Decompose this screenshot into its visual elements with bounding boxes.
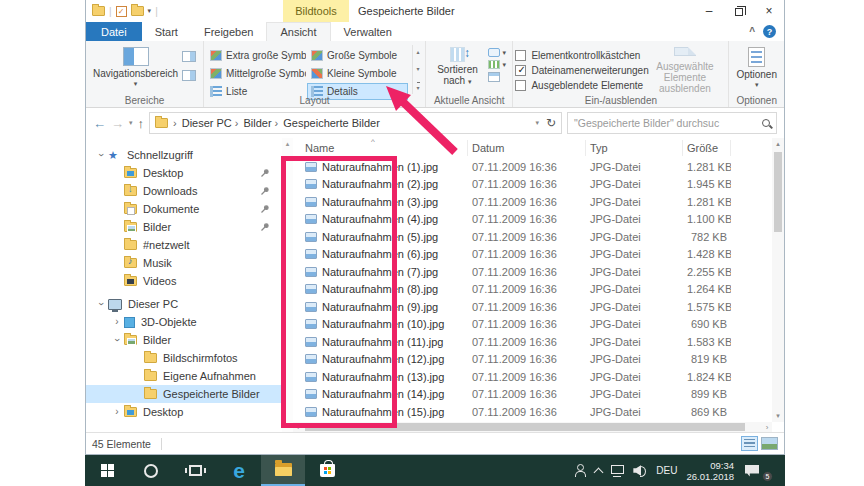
ribbon-tab[interactable]: Freigeben xyxy=(191,22,267,41)
gallery-down-icon[interactable]: ▾ xyxy=(417,65,420,72)
horizontal-scrollbar[interactable]: ‹ › xyxy=(293,422,772,432)
layout-option[interactable]: Extra große Symbole xyxy=(206,47,307,64)
edge-button[interactable]: e xyxy=(217,455,261,486)
column-header-date[interactable]: Datum xyxy=(468,140,586,156)
action-center-icon[interactable] xyxy=(745,465,759,477)
sort-by-button[interactable]: ↕ Sortieren nach ▾ xyxy=(432,45,482,94)
collapse-ribbon-icon[interactable]: ^ xyxy=(749,26,755,37)
file-row[interactable]: Naturaufnahmen (1).jpg 07.11.2009 16:36 … xyxy=(293,158,772,176)
file-row[interactable]: Naturaufnahmen (8).jpg 07.11.2009 16:36 … xyxy=(293,281,772,299)
file-row[interactable]: Naturaufnahmen (7).jpg 07.11.2009 16:36 … xyxy=(293,263,772,281)
ribbon-checkbox[interactable]: Ausgeblendete Elemente xyxy=(515,80,643,91)
sidebar-item[interactable]: Gespeicherte Bilder xyxy=(86,385,282,403)
properties-qat-icon[interactable]: ✓ xyxy=(116,6,127,17)
restore-button[interactable] xyxy=(724,0,754,22)
search-icon[interactable] xyxy=(762,119,770,127)
file-row[interactable]: Naturaufnahmen (11).jpg 07.11.2009 16:36… xyxy=(293,333,772,351)
checkbox-icon[interactable] xyxy=(515,65,526,76)
file-row[interactable]: Naturaufnahmen (12).jpg 07.11.2009 16:36… xyxy=(293,351,772,369)
options-button[interactable]: Optionen ▾ xyxy=(736,45,777,94)
details-view-toggle-icon[interactable] xyxy=(741,436,758,451)
add-columns-icon[interactable] xyxy=(488,60,500,69)
file-explorer-button[interactable] xyxy=(261,455,305,486)
scroll-down-icon[interactable]: ▾ xyxy=(286,422,290,430)
ribbon-tab[interactable]: Verwalten xyxy=(331,22,405,41)
new-folder-qat-icon[interactable] xyxy=(131,6,144,16)
vertical-scrollbar[interactable]: ▴ ▾ xyxy=(772,138,784,422)
refresh-icon[interactable]: ↻ xyxy=(546,116,556,130)
file-row[interactable]: Naturaufnahmen (3).jpg 07.11.2009 16:36 … xyxy=(293,193,772,211)
group-by-icon[interactable] xyxy=(488,48,500,57)
file-row[interactable]: Naturaufnahmen (4).jpg 07.11.2009 16:36 … xyxy=(293,211,772,229)
file-name-cell[interactable]: Naturaufnahmen (11).jpg xyxy=(301,336,468,348)
file-name-cell[interactable]: Naturaufnahmen (9).jpg xyxy=(301,301,468,313)
sidebar-item[interactable]: Bilder xyxy=(86,331,282,349)
file-row[interactable]: Naturaufnahmen (15).jpg 07.11.2009 16:36… xyxy=(293,403,772,421)
sidebar-item[interactable]: Dieser PC xyxy=(86,295,282,313)
search-input[interactable]: "Gespeicherte Bilder" durchsuc xyxy=(567,112,777,134)
sidebar-item[interactable]: Bildschirmfotos xyxy=(86,349,282,367)
close-button[interactable]: × xyxy=(754,0,784,22)
sidebar-item[interactable]: Desktop xyxy=(86,164,282,182)
layout-option[interactable]: Kleine Symbole xyxy=(307,65,408,82)
file-name-cell[interactable]: Naturaufnahmen (14).jpg xyxy=(301,388,468,400)
breadcrumb-segment[interactable]: ›Bilder xyxy=(232,117,272,129)
sidebar-item[interactable]: Downloads xyxy=(86,182,282,200)
language-indicator[interactable]: DEU xyxy=(656,465,677,476)
expand-chevron-icon[interactable] xyxy=(110,403,124,421)
checkbox-icon[interactable] xyxy=(515,50,526,61)
file-row[interactable]: Naturaufnahmen (13).jpg 07.11.2009 16:36… xyxy=(293,368,772,386)
sidebar-item[interactable]: Bilder xyxy=(86,218,282,236)
file-name-cell[interactable]: Naturaufnahmen (2).jpg xyxy=(301,178,468,190)
preview-pane-icon[interactable] xyxy=(182,51,196,62)
breadcrumb[interactable]: ›Dieser PC ›Bilder ›Gespeicherte Bilder … xyxy=(149,112,562,134)
address-dropdown-icon[interactable]: ▾ xyxy=(535,119,539,127)
file-name-cell[interactable]: Naturaufnahmen (5).jpg xyxy=(301,231,468,243)
sidebar-item[interactable]: Desktop xyxy=(86,403,282,421)
horizontal-scrollbar-thumb[interactable] xyxy=(305,423,745,431)
file-name-cell[interactable]: Naturaufnahmen (1).jpg xyxy=(301,161,468,173)
gallery-more-icon[interactable]: ▾ xyxy=(417,82,420,91)
expand-chevron-icon[interactable] xyxy=(94,295,108,313)
sidebar-item[interactable]: Videos xyxy=(86,272,282,290)
file-name-cell[interactable]: Naturaufnahmen (10).jpg xyxy=(301,318,468,330)
breadcrumb-segment[interactable]: ›Dieser PC xyxy=(170,117,232,129)
scroll-up-icon[interactable]: ▴ xyxy=(776,138,780,150)
recent-locations-dropdown-icon[interactable]: ▾ xyxy=(129,119,133,127)
expand-chevron-icon[interactable] xyxy=(110,313,124,331)
details-pane-icon[interactable] xyxy=(182,70,196,81)
up-icon[interactable]: ↑ xyxy=(138,116,145,131)
breadcrumb-segment[interactable]: ›Gespeicherte Bilder xyxy=(272,117,380,129)
checkbox-icon[interactable] xyxy=(515,80,526,91)
forward-icon[interactable]: → xyxy=(111,116,124,131)
gallery-scrollbar[interactable]: ▴ ▾ ▾ xyxy=(412,45,423,94)
clock[interactable]: 09:34 26.01.2018 xyxy=(686,460,734,482)
ribbon-tab[interactable]: Ansicht xyxy=(266,22,330,41)
start-button[interactable] xyxy=(85,455,129,486)
back-icon[interactable]: ← xyxy=(93,116,106,131)
file-row[interactable]: Naturaufnahmen (10).jpg 07.11.2009 16:36… xyxy=(293,316,772,334)
thumbnail-view-toggle-icon[interactable] xyxy=(761,437,778,450)
file-name-cell[interactable]: Naturaufnahmen (4).jpg xyxy=(301,213,468,225)
file-row[interactable]: Naturaufnahmen (5).jpg 07.11.2009 16:36 … xyxy=(293,228,772,246)
cortana-button[interactable] xyxy=(129,455,173,486)
sidebar-item[interactable]: #netzwelt xyxy=(86,236,282,254)
volume-icon[interactable] xyxy=(633,465,647,476)
file-name-cell[interactable]: Naturaufnahmen (7).jpg xyxy=(301,266,468,278)
file-name-cell[interactable]: Naturaufnahmen (8).jpg xyxy=(301,283,468,295)
file-row[interactable]: Naturaufnahmen (2).jpg 07.11.2009 16:36 … xyxy=(293,176,772,194)
column-header-name[interactable]: Name xyxy=(301,140,468,156)
column-header-type[interactable]: Typ xyxy=(586,140,683,156)
sidebar-item[interactable]: Schnellzugriff xyxy=(86,146,282,164)
sidebar-item[interactable]: 3D-Objekte xyxy=(86,313,282,331)
sidebar-item[interactable]: Dokumente xyxy=(86,200,282,218)
file-row[interactable]: Naturaufnahmen (6).jpg 07.11.2009 16:36 … xyxy=(293,246,772,264)
task-view-button[interactable] xyxy=(173,455,217,486)
contextual-tab-group-label[interactable]: Bildtools xyxy=(283,0,349,22)
scroll-down-icon[interactable]: ▾ xyxy=(772,410,784,422)
file-name-cell[interactable]: Naturaufnahmen (12).jpg xyxy=(301,353,468,365)
file-name-cell[interactable]: Naturaufnahmen (13).jpg xyxy=(301,371,468,383)
minimize-button[interactable]: – xyxy=(694,0,724,22)
file-name-cell[interactable]: Naturaufnahmen (6).jpg xyxy=(301,248,468,260)
ribbon-tab[interactable]: Datei xyxy=(86,22,142,41)
